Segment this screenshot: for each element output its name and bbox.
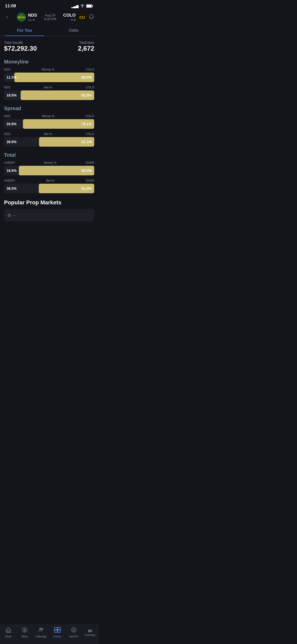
spread-row2-labels: NDS Bet % COLO	[4, 132, 94, 136]
match-date: Aug 29	[44, 13, 56, 17]
prop-placeholder-dash: —	[13, 213, 16, 217]
ml-r2-left-pct: 18.5%	[7, 93, 17, 97]
bets-block: Total bets 2,672	[78, 41, 94, 52]
ml-r1-right-pct: 88.5%	[82, 75, 92, 79]
tot-r1-center-label: Money %	[44, 161, 56, 165]
sp-r1-center-label: Money %	[42, 114, 54, 118]
tot-r1-left-pct: 16.5%	[7, 169, 17, 173]
tot-r1-right-label: OVER	[86, 161, 94, 165]
sliders-icon: ⊟	[8, 213, 11, 218]
team-right: COLO 4-8 CU	[63, 13, 94, 22]
nds-team-info: NDS 11-4	[28, 13, 37, 22]
back-button[interactable]: ‹	[4, 13, 10, 21]
status-bar: 11:09 ▂▄▆	[0, 0, 98, 10]
wifi-icon	[80, 4, 85, 8]
bets-label: Total bets	[78, 41, 94, 45]
team-left: NDSU NDS 11-4	[17, 13, 37, 22]
ml-r1-right-label: COLO	[86, 68, 94, 71]
tot-r2-right-pct: 61.5%	[82, 186, 92, 190]
back-icon: ‹	[6, 14, 8, 20]
handle-value: $72,292.30	[4, 45, 37, 52]
moneyline-row1: NDS Money % COLO 11.5% 88.5%	[4, 68, 94, 82]
tot-r1-right-pct: 83.5%	[82, 169, 92, 173]
sp-r1-right-pct: 79.1%	[82, 122, 92, 126]
total-row2: UNDER Bet % OVER 38.5% 61.5%	[4, 179, 94, 193]
ml-r1-left-pct: 11.5%	[7, 75, 17, 79]
ml-r1-center-label: Money %	[42, 68, 54, 71]
ml-r2-center-label: Bet %	[44, 86, 52, 89]
sp-r2-fill: 61.1%	[39, 137, 94, 147]
sp-r2-right-label: COLO	[86, 132, 94, 136]
tabs: For You Odds	[0, 25, 98, 36]
colo-abbr: COLO	[63, 13, 76, 18]
match-center: Aug 29 8:00 PM	[44, 13, 56, 21]
nds-logo: NDSU	[17, 13, 26, 22]
match-header: ‹ NDSU NDS 11-4 Aug 29 8:00 PM COLO 4-8	[0, 10, 98, 25]
content-area: Total handle $72,292.30 Total bets 2,672…	[0, 36, 98, 247]
svg-rect-1	[87, 5, 92, 7]
ml-r1-left-label: NDS	[4, 68, 10, 71]
ml-r2-left-label: NDS	[4, 86, 10, 89]
ml-r2-right-pct: 81.5%	[82, 93, 92, 97]
sp-r2-center-label: Bet %	[44, 132, 52, 136]
tot-r2-right-label: OVER	[86, 179, 94, 182]
moneyline-row2-bar: 18.5% 81.5%	[4, 90, 94, 100]
ml-r2-right-label: COLO	[86, 86, 94, 89]
bell-icon[interactable]	[89, 14, 94, 21]
prop-card-placeholder: ⊟ —	[4, 209, 94, 221]
moneyline-row2-labels: NDS Bet % COLO	[4, 86, 94, 89]
total-row2-labels: UNDER Bet % OVER	[4, 179, 94, 182]
bets-value: 2,672	[78, 45, 94, 52]
match-time: 8:00 PM	[44, 17, 56, 21]
stats-header: Total handle $72,292.30 Total bets 2,672	[4, 36, 94, 53]
spread-row1-labels: NDS Money % COLO	[4, 114, 94, 118]
moneyline-row1-labels: NDS Money % COLO	[4, 68, 94, 71]
tot-r2-fill: 61.5%	[39, 184, 94, 193]
colo-record: 4-8	[63, 18, 76, 22]
status-icons: ▂▄▆	[71, 4, 93, 8]
status-time: 11:09	[5, 4, 16, 9]
tot-r1-left-label: UNDER	[4, 161, 15, 165]
spread-row2: NDS Bet % COLO 38.9% 61.1%	[4, 132, 94, 147]
nds-abbr: NDS	[28, 13, 37, 18]
spread-title: Spread	[4, 106, 94, 111]
tot-r2-left-label: UNDER	[4, 179, 15, 182]
total-row1: UNDER Money % OVER 16.5% 83.5%	[4, 161, 94, 175]
ml-r1-fill: 88.5%	[14, 73, 94, 82]
signal-icon: ▂▄▆	[71, 4, 79, 8]
sp-r2-left-pct: 38.9%	[7, 140, 17, 144]
tot-r2-left-pct: 38.5%	[7, 186, 17, 190]
moneyline-row2: NDS Bet % COLO 18.5% 81.5%	[4, 86, 94, 100]
sp-r2-left-label: NDS	[4, 132, 10, 136]
handle-label: Total handle	[4, 41, 37, 45]
battery-icon	[86, 4, 93, 8]
moneyline-title: Moneyline	[4, 59, 94, 65]
spread-row2-bar: 38.9% 61.1%	[4, 137, 94, 147]
total-row2-bar: 38.5% 61.5%	[4, 184, 94, 193]
sp-r1-right-label: COLO	[86, 114, 94, 118]
sp-r1-left-pct: 20.9%	[7, 122, 17, 126]
tot-r1-fill: 83.5%	[19, 166, 94, 175]
ml-r2-fill: 81.5%	[21, 90, 94, 100]
handle-block: Total handle $72,292.30	[4, 41, 37, 52]
sp-r2-right-pct: 61.1%	[82, 140, 92, 144]
total-row1-labels: UNDER Money % OVER	[4, 161, 94, 165]
tab-odds[interactable]: Odds	[49, 25, 98, 36]
tot-r2-center-label: Bet %	[46, 179, 54, 182]
spread-row1-bar: 20.9% 79.1%	[4, 119, 94, 129]
total-title: Total	[4, 152, 94, 158]
sp-r1-fill: 79.1%	[23, 119, 94, 129]
prop-markets-title: Popular Prop Markets	[4, 199, 94, 206]
colo-team-info: COLO 4-8	[63, 13, 76, 22]
sp-r1-left-label: NDS	[4, 114, 10, 118]
nds-record: 11-4	[28, 18, 37, 22]
svg-text:CU: CU	[79, 15, 85, 19]
spread-row1: NDS Money % COLO 20.9% 79.1%	[4, 114, 94, 129]
colo-logo: CU	[78, 13, 87, 22]
total-row1-bar: 16.5% 83.5%	[4, 166, 94, 175]
svg-text:NDSU: NDSU	[17, 16, 25, 19]
svg-rect-2	[92, 6, 93, 7]
tab-for-you[interactable]: For You	[0, 25, 49, 36]
moneyline-row1-bar: 11.5% 88.5%	[4, 73, 94, 82]
